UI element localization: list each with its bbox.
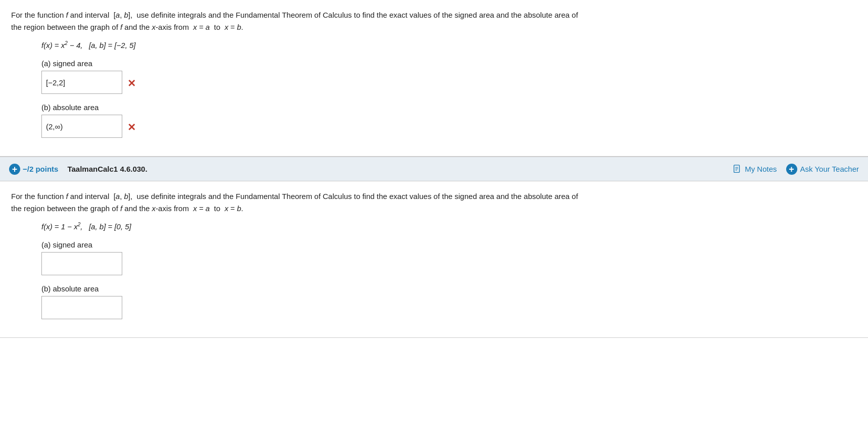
my-notes-button[interactable]: My Notes [733,165,777,174]
my-notes-label: My Notes [745,165,777,173]
question-2-header-bar: + −/2 points TaalmanCalc1 4.6.030. My No… [0,157,868,181]
part-b-label-2: (b) absolute area [41,284,857,293]
to-text-1: to [214,23,221,31]
problem-statement-1: For the function f and interval [a, b], … [11,9,857,33]
part-a-label-2: (a) signed area [41,240,857,249]
part-b-answer-box-1[interactable]: (2,∞) [41,115,122,138]
part-a-answer-row-1: [−2,2] ✕ [11,71,857,94]
points-badge: + −/2 points [9,164,58,175]
ask-teacher-plus-icon: + [786,164,797,175]
ask-teacher-button[interactable]: + Ask Your Teacher [786,164,859,175]
part-a-answer-value-1: [−2,2] [46,78,65,87]
ask-teacher-label: Ask Your Teacher [800,165,859,173]
part-b-label-1: (b) absolute area [41,103,857,112]
points-label: −/2 points [23,165,58,173]
plus-circle-icon[interactable]: + [9,164,20,175]
function-definition-2: f(x) = 1 − x2, [a, b] = [0, 5] [41,220,857,233]
problem-statement-2: For the function f and interval [a, b], … [11,190,857,215]
part-a-incorrect-mark-1: ✕ [127,77,136,89]
part-b-answer-row-1: (2,∞) ✕ [11,115,857,138]
part-b-incorrect-mark-1: ✕ [127,121,136,133]
part-b-answer-row-2 [11,296,857,319]
part-a-answer-box-2[interactable] [41,252,122,275]
notes-doc-icon [733,165,742,174]
part-a-answer-row-2 [11,252,857,275]
part-a-answer-box-1[interactable]: [−2,2] [41,71,122,94]
part-b-answer-box-2[interactable] [41,296,122,319]
question-1-block: For the function f and interval [a, b], … [0,0,868,157]
part-a-label-1: (a) signed area [41,59,857,68]
question-2-block: For the function f and interval [a, b], … [0,181,868,338]
header-actions: My Notes + Ask Your Teacher [733,164,859,175]
function-definition-1: f(x) = x2 − 4, [a, b] = [−2, 5] [41,38,857,52]
part-b-answer-value-1: (2,∞) [46,122,63,131]
to-text-2: to [214,204,221,213]
f-variable-1: f [66,11,68,19]
question-id-label: TaalmanCalc1 4.6.030. [67,165,733,173]
